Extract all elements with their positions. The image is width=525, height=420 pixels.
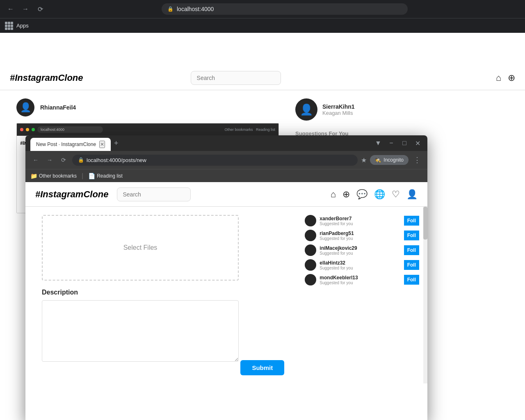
popup-sugg-name-2: iniMacejkovic29 [320, 245, 400, 251]
bookmark-separator: | [82, 172, 83, 180]
description-label: Description [42, 289, 284, 296]
sidebar-fullname: Keagan Mills [322, 110, 355, 116]
close-button[interactable]: ✕ [413, 138, 422, 148]
tab-close-button[interactable]: ✕ [99, 141, 105, 148]
popup-bookmark-star[interactable]: ★ [361, 156, 367, 164]
popup-sugg-avatar-1 [305, 230, 316, 241]
bookmark-other[interactable]: 📁 Other bookmarks [30, 173, 77, 179]
popup-body: Select Files Description Submit xanderBo… [25, 207, 427, 383]
feed-username: RhiannaFeil4 [40, 104, 76, 111]
popup-sugg-info-3: ellaHintz32 Suggested for you [320, 260, 400, 270]
sidebar-username: SierraKihn1 [322, 103, 355, 110]
reading-list-icon: 📄 [88, 173, 95, 179]
sidebar-user: 👤 SierraKihn1 Keagan Mills [295, 98, 427, 121]
popup-sugg-sub-3: Suggested for you [320, 266, 400, 270]
popup-lock-icon: 🔒 [78, 157, 84, 163]
popup-search-input[interactable] [117, 187, 191, 201]
popup-sugg-sub-4: Suggested for you [320, 281, 400, 285]
popup-sugg-info-1: rianPadberg51 Suggested for you [320, 231, 400, 241]
incognito-button[interactable]: 🕵 Incognito [370, 155, 409, 165]
tab-area: New Post · InstagramClone ✕ + [30, 135, 370, 151]
main-brand: #InstagramClone [10, 73, 83, 83]
popup-sugg-avatar-0 [305, 215, 316, 226]
popup-sugg-name-3: ellaHintz32 [320, 260, 400, 266]
new-tab-button[interactable]: + [114, 135, 119, 151]
submit-button[interactable]: Submit [240, 360, 284, 375]
popup-titlebar: New Post · InstagramClone ✕ + ▼ − □ ✕ [25, 135, 427, 151]
popup-suggestion-3: ellaHintz32 Suggested for you Foll [305, 259, 419, 271]
popup-scrollbar-thumb [423, 207, 427, 240]
back-button[interactable]: ← [5, 3, 16, 15]
description-textarea[interactable] [42, 300, 239, 362]
maximize-button[interactable]: □ [399, 138, 409, 148]
add-post-icon-btn[interactable]: ⊕ [508, 73, 515, 83]
popup-sugg-info-2: iniMacejkovic29 Suggested for you [320, 245, 400, 256]
apps-bar: Apps [0, 18, 525, 33]
feed-avatar: 👤 [16, 98, 34, 116]
popup-page-content: #InstagramClone ⌂ ⊕ 💬 🌐 ♡ 👤 Select Files… [25, 182, 427, 420]
sidebar-avatar: 👤 [295, 98, 317, 121]
popup-sugg-avatar-4 [305, 274, 316, 285]
popup-right-suggestions: xanderBorer7 Suggested for you Foll rian… [301, 207, 423, 383]
popup-bookmarks-bar: 📁 Other bookmarks | 📄 Reading list [25, 169, 427, 182]
apps-label: Apps [16, 23, 29, 29]
feed-user-header: 👤 RhiannaFeil4 [16, 98, 279, 116]
popup-follow-btn-0[interactable]: Foll [404, 216, 419, 226]
popup-form-area: Select Files Description Submit [25, 207, 301, 383]
popup-suggestion-1: rianPadberg51 Suggested for you Foll [305, 230, 419, 241]
popup-url-text: localhost:4000/posts/new [87, 157, 352, 163]
popup-sugg-sub-2: Suggested for you [320, 251, 400, 256]
main-nav-icons: ⌂ ⊕ [496, 73, 515, 83]
popup-sugg-sub-1: Suggested for you [320, 236, 400, 241]
popup-follow-btn-2[interactable]: Foll [404, 245, 419, 255]
main-nav: #InstagramClone ⌂ ⊕ [0, 66, 525, 90]
popup-forward-button[interactable]: → [44, 155, 55, 165]
outer-browser-chrome: ← → ⟳ 🔒 localhost:4000 [0, 0, 525, 18]
popup-sugg-avatar-3 [305, 259, 316, 271]
tab-title: New Post · InstagramClone [36, 142, 96, 147]
popup-menu-button[interactable]: ⋮ [412, 154, 422, 166]
minimize-button[interactable]: − [386, 138, 396, 148]
popup-home-btn[interactable]: ⌂ [331, 189, 336, 200]
address-text: localhost:4000 [177, 6, 214, 12]
tabs-dropdown-button[interactable]: ▼ [373, 138, 383, 148]
incognito-icon: 🕵 [375, 157, 381, 163]
file-upload-box[interactable]: Select Files [42, 215, 239, 281]
popup-heart-btn[interactable]: ♡ [392, 189, 400, 200]
popup-reload-button[interactable]: ⟳ [58, 155, 69, 165]
popup-nav-icons: ⌂ ⊕ 💬 🌐 ♡ 👤 [331, 189, 418, 200]
bookmark-reading[interactable]: 📄 Reading list [88, 173, 123, 179]
popup-globe-btn[interactable]: 🌐 [374, 189, 385, 200]
popup-follow-btn-4[interactable]: Foll [404, 275, 419, 285]
popup-sugg-name-0: xanderBorer7 [320, 216, 400, 221]
popup-follow-btn-1[interactable]: Foll [404, 231, 419, 240]
popup-scrollbar[interactable] [423, 207, 427, 383]
popup-back-button[interactable]: ← [30, 155, 41, 165]
popup-messages-btn[interactable]: 💬 [356, 189, 368, 200]
folder-icon: 📁 [30, 173, 37, 179]
popup-brand: #InstagramClone [35, 189, 109, 200]
popup-sugg-sub-0: Suggested for you [320, 221, 400, 226]
popup-suggestion-0: xanderBorer7 Suggested for you Foll [305, 215, 419, 226]
popup-sugg-info-0: xanderBorer7 Suggested for you [320, 216, 400, 226]
active-tab[interactable]: New Post · InstagramClone ✕ [30, 138, 111, 151]
bookmark-reading-label: Reading list [97, 173, 123, 179]
home-icon-btn[interactable]: ⌂ [496, 73, 501, 83]
main-search-input[interactable] [191, 71, 281, 85]
apps-grid-icon[interactable] [5, 22, 13, 30]
popup-add-btn[interactable]: ⊕ [342, 189, 350, 200]
popup-browser-window: New Post · InstagramClone ✕ + ▼ − □ ✕ ← … [25, 135, 427, 420]
address-bar[interactable]: 🔒 localhost:4000 [162, 3, 408, 15]
popup-sugg-name-4: mondKeeblerl13 [320, 275, 400, 281]
popup-sugg-avatar-2 [305, 244, 316, 256]
reload-button[interactable]: ⟳ [34, 3, 46, 15]
forward-button[interactable]: → [20, 3, 31, 15]
popup-suggestion-4: mondKeeblerl13 Suggested for you Foll [305, 274, 419, 285]
popup-inner-nav: #InstagramClone ⌂ ⊕ 💬 🌐 ♡ 👤 [25, 182, 427, 207]
popup-window-controls: ▼ − □ ✕ [373, 138, 422, 148]
popup-follow-btn-3[interactable]: Foll [404, 260, 419, 270]
popup-address-input[interactable]: 🔒 localhost:4000/posts/new [72, 155, 358, 166]
popup-profile-btn[interactable]: 👤 [406, 189, 418, 200]
lock-icon: 🔒 [167, 6, 173, 12]
incognito-label: Incognito [383, 157, 404, 163]
